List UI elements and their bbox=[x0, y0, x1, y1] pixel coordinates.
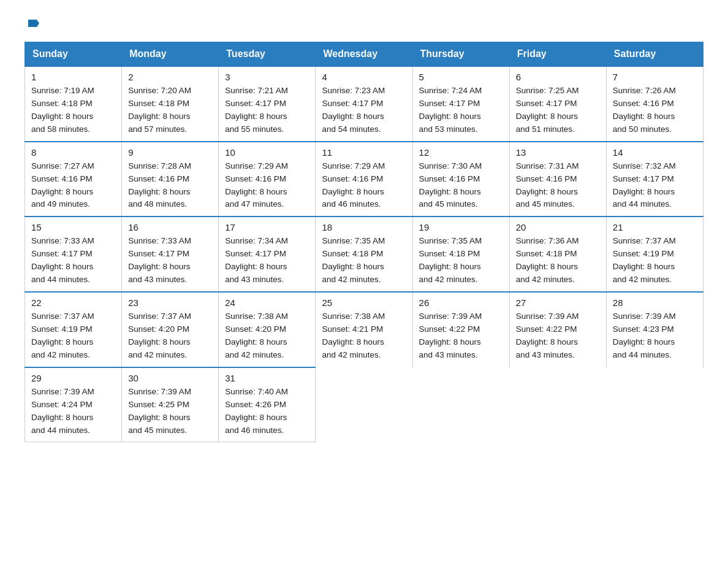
logo-flag-icon bbox=[26, 18, 39, 32]
day-number: 7 bbox=[613, 72, 697, 82]
calendar-cell: 22 Sunrise: 7:37 AMSunset: 4:19 PMDaylig… bbox=[25, 292, 122, 367]
svg-marker-1 bbox=[37, 20, 39, 27]
day-number: 3 bbox=[225, 72, 309, 82]
day-number: 6 bbox=[516, 72, 600, 82]
day-info: Sunrise: 7:40 AMSunset: 4:26 PMDaylight:… bbox=[225, 386, 309, 437]
day-info: Sunrise: 7:35 AMSunset: 4:18 PMDaylight:… bbox=[419, 235, 503, 286]
day-info: Sunrise: 7:19 AMSunset: 4:18 PMDaylight:… bbox=[31, 85, 115, 136]
day-number: 23 bbox=[128, 297, 212, 308]
calendar-cell: 29 Sunrise: 7:39 AMSunset: 4:24 PMDaylig… bbox=[25, 367, 122, 442]
calendar-cell: 12 Sunrise: 7:30 AMSunset: 4:16 PMDaylig… bbox=[412, 142, 509, 217]
header-wednesday: Wednesday bbox=[316, 42, 412, 67]
header-saturday: Saturday bbox=[606, 42, 703, 67]
calendar-cell: 24 Sunrise: 7:38 AMSunset: 4:20 PMDaylig… bbox=[219, 292, 316, 367]
logo bbox=[25, 18, 39, 31]
header-thursday: Thursday bbox=[412, 42, 509, 67]
day-info: Sunrise: 7:23 AMSunset: 4:17 PMDaylight:… bbox=[322, 85, 406, 136]
day-number: 26 bbox=[419, 297, 503, 308]
calendar-cell: 14 Sunrise: 7:32 AMSunset: 4:17 PMDaylig… bbox=[606, 142, 703, 217]
calendar-cell: 30 Sunrise: 7:39 AMSunset: 4:25 PMDaylig… bbox=[122, 367, 219, 442]
calendar-cell: 31 Sunrise: 7:40 AMSunset: 4:26 PMDaylig… bbox=[219, 367, 316, 442]
calendar-cell: 18 Sunrise: 7:35 AMSunset: 4:18 PMDaylig… bbox=[316, 216, 412, 292]
day-number: 28 bbox=[613, 297, 697, 308]
svg-marker-0 bbox=[28, 20, 37, 27]
day-info: Sunrise: 7:37 AMSunset: 4:19 PMDaylight:… bbox=[613, 235, 697, 286]
header-monday: Monday bbox=[122, 42, 219, 67]
day-info: Sunrise: 7:36 AMSunset: 4:18 PMDaylight:… bbox=[516, 235, 600, 286]
day-number: 5 bbox=[419, 72, 503, 82]
calendar-cell: 15 Sunrise: 7:33 AMSunset: 4:17 PMDaylig… bbox=[25, 216, 122, 292]
calendar-cell: 13 Sunrise: 7:31 AMSunset: 4:16 PMDaylig… bbox=[509, 142, 606, 217]
day-info: Sunrise: 7:39 AMSunset: 4:25 PMDaylight:… bbox=[128, 386, 212, 437]
day-number: 2 bbox=[128, 72, 212, 82]
page-header bbox=[25, 18, 703, 31]
day-number: 29 bbox=[31, 373, 115, 383]
header-sunday: Sunday bbox=[25, 42, 122, 67]
calendar-cell: 26 Sunrise: 7:39 AMSunset: 4:22 PMDaylig… bbox=[412, 292, 509, 367]
calendar-cell: 17 Sunrise: 7:34 AMSunset: 4:17 PMDaylig… bbox=[219, 216, 316, 292]
calendar-cell: 10 Sunrise: 7:29 AMSunset: 4:16 PMDaylig… bbox=[219, 142, 316, 217]
day-info: Sunrise: 7:28 AMSunset: 4:16 PMDaylight:… bbox=[128, 160, 212, 212]
day-number: 9 bbox=[128, 147, 212, 158]
day-info: Sunrise: 7:27 AMSunset: 4:16 PMDaylight:… bbox=[31, 160, 115, 212]
day-info: Sunrise: 7:33 AMSunset: 4:17 PMDaylight:… bbox=[128, 235, 212, 286]
day-info: Sunrise: 7:37 AMSunset: 4:19 PMDaylight:… bbox=[31, 310, 115, 362]
day-number: 24 bbox=[225, 297, 309, 308]
day-info: Sunrise: 7:29 AMSunset: 4:16 PMDaylight:… bbox=[225, 160, 309, 212]
calendar-cell: 20 Sunrise: 7:36 AMSunset: 4:18 PMDaylig… bbox=[509, 216, 606, 292]
day-info: Sunrise: 7:26 AMSunset: 4:16 PMDaylight:… bbox=[613, 85, 697, 136]
day-info: Sunrise: 7:30 AMSunset: 4:16 PMDaylight:… bbox=[419, 160, 503, 212]
day-number: 15 bbox=[31, 222, 115, 232]
day-info: Sunrise: 7:29 AMSunset: 4:16 PMDaylight:… bbox=[322, 160, 406, 212]
day-number: 31 bbox=[225, 373, 309, 383]
calendar-cell: 1 Sunrise: 7:19 AMSunset: 4:18 PMDayligh… bbox=[25, 66, 122, 142]
day-info: Sunrise: 7:38 AMSunset: 4:21 PMDaylight:… bbox=[322, 310, 406, 362]
calendar-week-row: 22 Sunrise: 7:37 AMSunset: 4:19 PMDaylig… bbox=[25, 292, 703, 367]
day-info: Sunrise: 7:20 AMSunset: 4:18 PMDaylight:… bbox=[128, 85, 212, 136]
day-number: 12 bbox=[419, 147, 503, 158]
day-number: 1 bbox=[31, 72, 115, 82]
day-number: 21 bbox=[613, 222, 697, 232]
day-number: 14 bbox=[613, 147, 697, 158]
day-number: 18 bbox=[322, 222, 406, 232]
calendar-week-row: 1 Sunrise: 7:19 AMSunset: 4:18 PMDayligh… bbox=[25, 66, 703, 142]
calendar-table: Sunday Monday Tuesday Wednesday Thursday… bbox=[25, 42, 703, 442]
calendar-cell: 7 Sunrise: 7:26 AMSunset: 4:16 PMDayligh… bbox=[606, 66, 703, 142]
calendar-cell: 8 Sunrise: 7:27 AMSunset: 4:16 PMDayligh… bbox=[25, 142, 122, 217]
calendar-cell bbox=[412, 367, 509, 442]
calendar-cell: 23 Sunrise: 7:37 AMSunset: 4:20 PMDaylig… bbox=[122, 292, 219, 367]
day-number: 30 bbox=[128, 373, 212, 383]
day-info: Sunrise: 7:38 AMSunset: 4:20 PMDaylight:… bbox=[225, 310, 309, 362]
calendar-week-row: 29 Sunrise: 7:39 AMSunset: 4:24 PMDaylig… bbox=[25, 367, 703, 442]
day-info: Sunrise: 7:37 AMSunset: 4:20 PMDaylight:… bbox=[128, 310, 212, 362]
calendar-cell bbox=[316, 367, 412, 442]
calendar-cell: 11 Sunrise: 7:29 AMSunset: 4:16 PMDaylig… bbox=[316, 142, 412, 217]
day-number: 10 bbox=[225, 147, 309, 158]
calendar-cell: 9 Sunrise: 7:28 AMSunset: 4:16 PMDayligh… bbox=[122, 142, 219, 217]
day-number: 13 bbox=[516, 147, 600, 158]
day-number: 20 bbox=[516, 222, 600, 232]
calendar-cell: 6 Sunrise: 7:25 AMSunset: 4:17 PMDayligh… bbox=[509, 66, 606, 142]
day-info: Sunrise: 7:34 AMSunset: 4:17 PMDaylight:… bbox=[225, 235, 309, 286]
day-number: 8 bbox=[31, 147, 115, 158]
calendar-cell: 19 Sunrise: 7:35 AMSunset: 4:18 PMDaylig… bbox=[412, 216, 509, 292]
day-info: Sunrise: 7:21 AMSunset: 4:17 PMDaylight:… bbox=[225, 85, 309, 136]
day-number: 19 bbox=[419, 222, 503, 232]
day-number: 25 bbox=[322, 297, 406, 308]
day-number: 11 bbox=[322, 147, 406, 158]
day-info: Sunrise: 7:39 AMSunset: 4:23 PMDaylight:… bbox=[613, 310, 697, 362]
day-number: 16 bbox=[128, 222, 212, 232]
calendar-cell: 4 Sunrise: 7:23 AMSunset: 4:17 PMDayligh… bbox=[316, 66, 412, 142]
day-info: Sunrise: 7:35 AMSunset: 4:18 PMDaylight:… bbox=[322, 235, 406, 286]
calendar-cell: 21 Sunrise: 7:37 AMSunset: 4:19 PMDaylig… bbox=[606, 216, 703, 292]
calendar-cell: 5 Sunrise: 7:24 AMSunset: 4:17 PMDayligh… bbox=[412, 66, 509, 142]
day-info: Sunrise: 7:39 AMSunset: 4:24 PMDaylight:… bbox=[31, 386, 115, 437]
header-friday: Friday bbox=[509, 42, 606, 67]
day-number: 22 bbox=[31, 297, 115, 308]
header-tuesday: Tuesday bbox=[219, 42, 316, 67]
day-info: Sunrise: 7:32 AMSunset: 4:17 PMDaylight:… bbox=[613, 160, 697, 212]
day-number: 4 bbox=[322, 72, 406, 82]
calendar-cell bbox=[606, 367, 703, 442]
day-info: Sunrise: 7:31 AMSunset: 4:16 PMDaylight:… bbox=[516, 160, 600, 212]
calendar-week-row: 15 Sunrise: 7:33 AMSunset: 4:17 PMDaylig… bbox=[25, 216, 703, 292]
